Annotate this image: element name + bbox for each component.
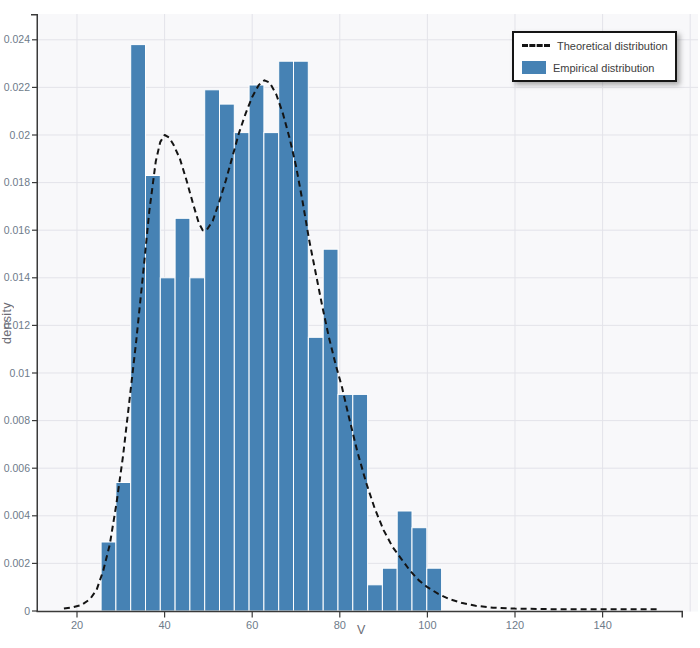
histogram-bar	[205, 90, 220, 611]
histogram-bar	[160, 278, 175, 611]
x-tick-label: 100	[418, 619, 436, 631]
legend-line-swatch	[522, 44, 550, 47]
y-tick-label: 0.024	[4, 33, 30, 45]
histogram-bar	[397, 511, 412, 611]
y-tick-label: 0.004	[4, 509, 30, 521]
x-tick-label: 80	[334, 619, 346, 631]
x-tick-label: 60	[246, 619, 258, 631]
x-tick-label: 20	[71, 619, 83, 631]
x-tick-label: 140	[593, 619, 611, 631]
histogram-bar	[353, 394, 368, 611]
legend-item-label: Empirical distribution	[553, 62, 654, 74]
histogram-bar	[249, 85, 264, 611]
plot-area: 00.0020.0040.0060.0080.010.0120.0140.016…	[0, 0, 700, 648]
histogram-bar	[101, 542, 116, 611]
legend: Theoretical distribution Empirical distr…	[512, 31, 677, 82]
histogram-bar	[308, 337, 323, 611]
y-tick-label: 0.01	[10, 367, 31, 379]
histogram-bar	[264, 133, 279, 611]
y-tick-label: 0.018	[4, 176, 30, 188]
legend-item-label: Theoretical distribution	[557, 40, 668, 52]
y-tick-label: 0.008	[4, 414, 30, 426]
histogram-bar	[190, 278, 205, 611]
y-tick-label: 0.014	[4, 271, 30, 283]
histogram-bar	[116, 483, 131, 612]
histogram-bar	[323, 249, 338, 611]
histogram-bar	[368, 585, 383, 611]
y-tick-label: 0.02	[10, 129, 31, 141]
x-axis-title: V	[357, 623, 365, 637]
histogram-bar	[175, 218, 190, 611]
y-tick-label: 0.002	[4, 557, 30, 569]
histogram-bar	[412, 528, 427, 611]
y-axis-title: density	[0, 286, 16, 344]
x-tick-label: 120	[506, 619, 524, 631]
histogram-bar	[382, 568, 397, 611]
histogram-bar	[294, 61, 309, 611]
histogram-bar	[146, 176, 161, 612]
legend-item-theoretical[interactable]: Theoretical distribution	[522, 36, 667, 55]
y-tick-label: 0.006	[4, 462, 30, 474]
y-tick-label: 0.022	[4, 81, 30, 93]
chart-figure: 00.0020.0040.0060.0080.010.0120.0140.016…	[0, 0, 700, 648]
legend-rect-swatch	[522, 61, 546, 74]
histogram-bar	[427, 568, 442, 611]
y-tick-label: 0.016	[4, 224, 30, 236]
y-tick-label: 0	[24, 605, 30, 617]
x-tick-label: 40	[158, 619, 170, 631]
legend-item-empirical[interactable]: Empirical distribution	[522, 58, 667, 77]
histogram-bar	[234, 133, 249, 611]
